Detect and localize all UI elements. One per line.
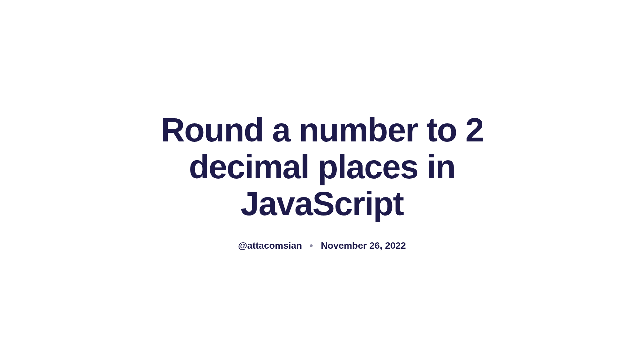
article-title: Round a number to 2 decimal places in Ja… [121,111,523,222]
author-handle[interactable]: @attacomsian [238,240,302,251]
publish-date: November 26, 2022 [321,240,406,251]
article-meta: @attacomsian November 26, 2022 [121,240,523,251]
dot-separator-icon [310,244,313,247]
article-header: Round a number to 2 decimal places in Ja… [121,111,523,251]
